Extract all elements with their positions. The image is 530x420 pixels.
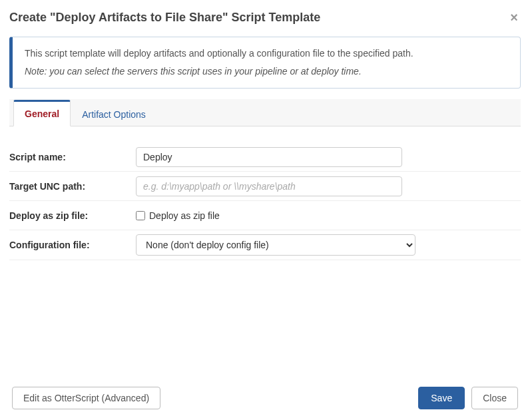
tab-general[interactable]: General [13,100,71,126]
config-file-cell: None (don't deploy config file) [136,234,415,256]
target-unc-path-cell [136,176,415,196]
script-name-label: Script name: [9,152,136,162]
deploy-as-zip-checkbox[interactable] [136,211,145,220]
deploy-as-zip-label: Deploy as zip file: [9,210,136,221]
tabs: General Artifact Options [9,99,521,126]
dialog-header: Create "Deploy Artifacts to File Share" … [8,8,522,37]
script-name-cell [136,147,415,167]
script-name-input[interactable] [136,147,402,167]
info-text: This script template will deploy artifac… [25,47,508,61]
config-file-label: Configuration file: [9,240,136,250]
close-button[interactable]: Close [471,387,518,409]
row-config-file: Configuration file: None (don't deploy c… [9,230,521,260]
dialog: Create "Deploy Artifacts to File Share" … [0,0,530,420]
edit-otterscript-button[interactable]: Edit as OtterScript (Advanced) [12,387,160,409]
target-unc-path-label: Target UNC path: [9,181,136,192]
tab-artifact-options[interactable]: Artifact Options [71,102,157,126]
deploy-as-zip-cell: Deploy as zip file [136,210,415,221]
deploy-as-zip-checkbox-label[interactable]: Deploy as zip file [149,210,220,221]
form-area: Script name: Target UNC path: Deploy as … [8,126,522,380]
dialog-title: Create "Deploy Artifacts to File Share" … [9,11,320,25]
row-deploy-as-zip: Deploy as zip file: Deploy as zip file [9,201,521,230]
row-script-name: Script name: [9,142,521,172]
info-banner: This script template will deploy artifac… [9,37,521,89]
dialog-footer: Edit as OtterScript (Advanced) Save Clos… [8,380,522,420]
deploy-as-zip-checkbox-wrapper: Deploy as zip file [136,210,415,221]
save-button[interactable]: Save [418,387,465,409]
footer-right: Save Close [418,387,518,409]
info-note: Note: you can select the servers this sc… [25,65,508,79]
config-file-select[interactable]: None (don't deploy config file) [136,234,415,256]
close-icon[interactable]: × [507,11,521,24]
target-unc-path-input[interactable] [136,176,402,196]
row-target-unc-path: Target UNC path: [9,172,521,201]
